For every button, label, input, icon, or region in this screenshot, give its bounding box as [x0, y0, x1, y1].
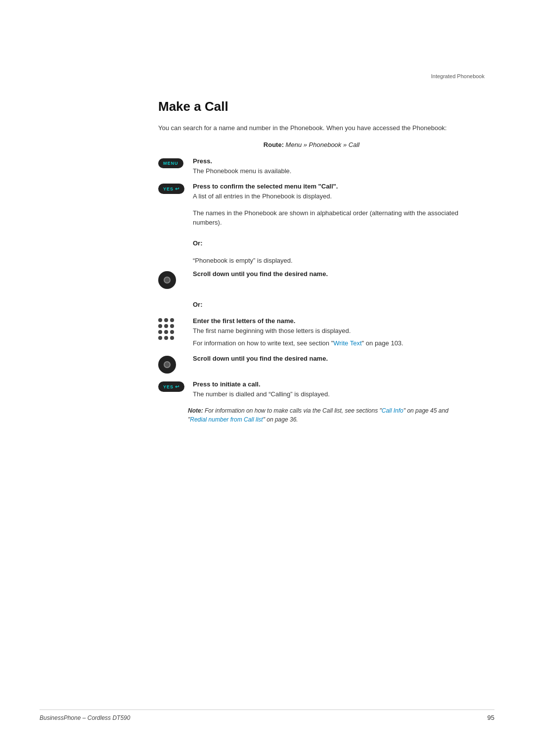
initiate-label: Press to initiate a call.	[193, 380, 465, 388]
instruction-initiate: YES Press to initiate a call. The number…	[158, 380, 465, 399]
press-desc: The Phonebook menu is available.	[193, 167, 291, 175]
text-col-enter: Enter the first letters of the name. The…	[193, 317, 465, 348]
redial-link[interactable]: Redial number from Call list	[190, 416, 263, 423]
instruction-alpha: The names in the Phonebook are shown in …	[158, 208, 465, 228]
or1-text: Or:	[193, 239, 465, 247]
kd12	[170, 336, 174, 340]
content-area: Make a Call You can search for a name an…	[158, 99, 465, 424]
text-col-confirm: Press to confirm the selected menu item …	[193, 183, 465, 201]
phonebook-empty-text: “Phonebook is empty” is displayed.	[193, 257, 293, 264]
standalone1-block: “Phonebook is empty” is displayed.	[158, 256, 465, 266]
or1-block: Or:	[158, 235, 465, 252]
instruction-scroll2: Scroll down until you find the desired n…	[158, 355, 465, 374]
kd1	[158, 318, 162, 322]
scroll1-label: Scroll down until you find the desired n…	[193, 270, 465, 278]
intro-text: You can search for a name and number in …	[158, 123, 465, 133]
or2-text: Or:	[193, 301, 465, 308]
confirm-desc: A list of all entries in the Phonebook i…	[193, 192, 332, 200]
kd6	[170, 324, 174, 328]
nav-circle-inner-1	[164, 277, 171, 284]
footer-right: 95	[488, 714, 494, 721]
icon-col-menu: MENU	[158, 157, 193, 168]
section-header: Integrated Phonebook	[431, 73, 485, 79]
enter-letters-desc2: For information on how to write text, se…	[193, 338, 465, 348]
kd7	[158, 330, 162, 334]
icon-col-yes2: YES	[158, 380, 193, 392]
route-path: Menu » Phonebook » Call	[286, 141, 360, 148]
kd9	[170, 330, 174, 334]
enter-letters-desc1: The first name beginning with those lett…	[193, 327, 351, 334]
note-label: Note:	[188, 407, 203, 414]
kd2	[164, 318, 168, 322]
icon-col-empty2	[158, 235, 193, 236]
confirm-label: Press to confirm the selected menu item …	[193, 183, 465, 190]
icon-col-keypad	[158, 317, 193, 341]
standalone1-col: “Phonebook is empty” is displayed.	[193, 256, 465, 266]
kd11	[164, 336, 168, 340]
menu-button-icon: MENU	[158, 158, 183, 168]
icon-col-nav2	[158, 355, 193, 374]
footer-left: BusinessPhone – Cordless DT590	[40, 714, 130, 721]
route-label: Route:	[264, 141, 284, 148]
text-col-scroll2: Scroll down until you find the desired n…	[193, 355, 465, 364]
nav-circle-inner-2	[164, 361, 171, 368]
text-col-press: Press. The Phonebook menu is available.	[193, 157, 465, 176]
call-info-link[interactable]: Call Info	[382, 407, 403, 414]
text-col-initiate: Press to initiate a call. The number is …	[193, 380, 465, 399]
kd10	[158, 336, 162, 340]
yes-button-icon-1: YES	[158, 184, 184, 194]
yes-button-icon-2: YES	[158, 381, 184, 392]
icon-col-empty3	[158, 256, 193, 257]
route-line: Route: Menu » Phonebook » Call	[158, 141, 465, 148]
page-container: Integrated Phonebook Make a Call You can…	[0, 0, 534, 756]
text-col-scroll1: Scroll down until you find the desired n…	[193, 270, 465, 279]
icon-col-empty1	[158, 208, 193, 209]
initiate-desc: The number is dialled and “Calling” is d…	[193, 390, 330, 398]
scroll2-label: Scroll down until you find the desired n…	[193, 355, 465, 362]
instruction-enter-letters: Enter the first letters of the name. The…	[158, 317, 465, 348]
nav-circle-icon-2	[158, 356, 176, 374]
kd4	[158, 324, 162, 328]
keypad-icon	[158, 318, 175, 341]
alpha-desc: The names in the Phonebook are shown in …	[193, 209, 458, 227]
kd5	[164, 324, 168, 328]
footer: BusinessPhone – Cordless DT590 95	[40, 709, 494, 721]
icon-col-yes1: YES	[158, 183, 193, 194]
nav-circle-icon-1	[158, 271, 176, 289]
page-title: Make a Call	[158, 99, 465, 114]
kd8	[164, 330, 168, 334]
press-label: Press.	[193, 157, 465, 165]
or2-col: Or:	[193, 296, 465, 313]
icon-col-nav1	[158, 270, 193, 289]
write-text-link[interactable]: Write Text	[333, 339, 361, 347]
kd3	[170, 318, 174, 322]
or1-col: Or:	[193, 235, 465, 252]
icon-col-empty4	[158, 296, 193, 297]
instruction-scroll1: Scroll down until you find the desired n…	[158, 270, 465, 289]
enter-letters-label: Enter the first letters of the name.	[193, 317, 465, 325]
text-col-alpha: The names in the Phonebook are shown in …	[193, 208, 465, 228]
instruction-press-yes: YES Press to confirm the selected menu i…	[158, 183, 465, 201]
note-block: Note: For information on how to make cal…	[188, 406, 465, 424]
section-label: Integrated Phonebook	[431, 73, 485, 79]
note-text: For information on how to make calls via…	[188, 407, 448, 423]
or2-block: Or:	[158, 296, 465, 313]
instruction-press-menu: MENU Press. The Phonebook menu is availa…	[158, 157, 465, 176]
